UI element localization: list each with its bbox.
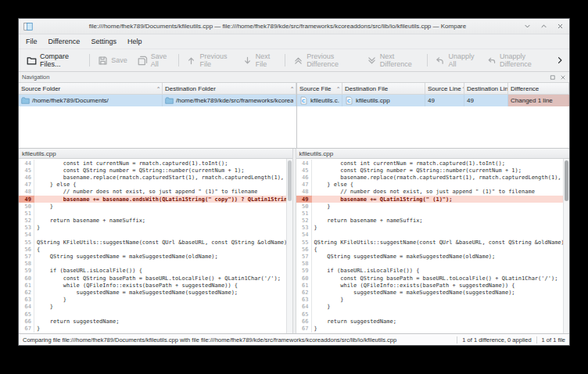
source-file-cell[interactable]: C kfileutils.c... (297, 95, 342, 106)
code-line: 65 (296, 311, 564, 318)
close-button[interactable] (555, 22, 565, 31)
code-line: 45 const QString number = QString::numbe… (296, 167, 564, 174)
code-line: 57 QString suggestedName = makeSuggested… (19, 253, 286, 260)
code-text: suggestedName = makeSuggestedName(sugges… (34, 289, 238, 296)
maximize-button[interactable] (539, 22, 548, 31)
code-text (34, 232, 37, 239)
column-header-destination-folder[interactable]: Destination Folder ^ (163, 83, 296, 95)
code-line: 47 } else { (19, 182, 286, 189)
destination-pane-body[interactable]: 44 const int currentNum = rmatch.capture… (296, 159, 570, 333)
source-pane-scrollbar[interactable] (286, 159, 292, 333)
navigation-dock-header: Navigation (19, 72, 569, 83)
code-line: 67} (296, 325, 564, 332)
code-text: } (312, 325, 317, 332)
destination-line-cell[interactable]: 49 (464, 95, 508, 106)
file-status: 1 of 1 file (536, 336, 565, 343)
unapply-all-button: Unapply All (430, 49, 481, 71)
dock-close-button[interactable] (560, 74, 566, 81)
source-line-cell[interactable]: 49 (425, 95, 464, 106)
titlebar[interactable]: file:///home/fhek789/Documents/kfileutil… (19, 19, 569, 34)
destination-folder-cell[interactable]: /home/fhek789/kde/src/frameworks/kcoread… (163, 95, 296, 106)
line-number: 61 (296, 282, 312, 289)
previous-difference-button: Previous Difference (289, 49, 361, 71)
source-pane-body[interactable]: 44 const int currentNum = rmatch.capture… (19, 159, 292, 333)
column-label: Destination Lin (467, 85, 508, 92)
code-line: 64 } (19, 304, 286, 311)
files-table: Source File ^ Destination File Source Li… (297, 83, 569, 148)
line-number: 54 (296, 232, 312, 239)
code-text: QString suggestedName = makeSuggestedNam… (34, 253, 218, 260)
chevron-right-icon (555, 56, 565, 65)
column-label: Source Folder (21, 85, 60, 92)
line-number: 57 (19, 253, 34, 260)
menu-difference[interactable]: Difference (43, 36, 86, 47)
toolbar-button-label: Unapply Difference (500, 52, 548, 68)
column-header-difference[interactable]: Difference (508, 83, 569, 95)
column-header-destination-file[interactable]: Destination File (342, 83, 425, 95)
source-folder-cell[interactable]: /home/fhek789/Documents/ (19, 95, 163, 106)
menu-settings[interactable]: Settings (85, 36, 122, 47)
toolbar-button-label: Save (111, 56, 127, 64)
next-file-icon (242, 56, 253, 66)
destination-file-name: kfileutils.cpp (356, 97, 390, 104)
changed-code-line[interactable]: 49 basename += QLatin1String(" (1)"); (296, 196, 564, 203)
menu-file[interactable]: File (20, 36, 43, 47)
code-text: while (QFileInfo::exists(basePath + sugg… (34, 282, 238, 289)
line-number: 66 (296, 318, 312, 325)
code-text (312, 311, 314, 318)
column-header-source-folder[interactable]: Source Folder ^ (19, 83, 163, 95)
source-pane: kfileutils.cpp 44 const int currentNum =… (19, 149, 292, 333)
statusbar: Comparing file file:///home/fhek789/Docu… (19, 333, 569, 345)
line-number: 46 (19, 174, 34, 181)
svg-text:C: C (347, 98, 351, 103)
toolbar-button-label: Unapply All (448, 52, 476, 68)
scrollbar-thumb[interactable] (288, 160, 292, 201)
line-number: 51 (296, 210, 312, 217)
previous-difference-icon (293, 56, 303, 66)
code-text: } (34, 203, 53, 210)
unapply-difference-button: Unapply Difference (482, 49, 553, 71)
source-folder-path: /home/fhek789/Documents/ (32, 97, 109, 104)
scrollbar-thumb[interactable] (565, 160, 568, 201)
line-number: 50 (296, 203, 312, 210)
unapply-difference-icon (486, 56, 497, 66)
window-title: file:///home/fhek789/Documents/kfileutil… (38, 23, 518, 30)
line-number: 64 (296, 304, 312, 311)
code-text: } (312, 304, 331, 311)
save-all-icon (138, 56, 148, 66)
column-header-source-line[interactable]: Source Line ^ (425, 83, 464, 95)
source-pane-filename: kfileutils.cpp (22, 150, 56, 157)
folders-table: Source Folder ^ Destination Folder ^ /ho… (19, 83, 297, 148)
source-pane-header: kfileutils.cpp (19, 149, 292, 159)
code-line: 66 return suggestedName; (19, 318, 286, 325)
compare-files-button[interactable]: Compare Files... (22, 49, 86, 71)
destination-file-cell[interactable]: C kfileutils.cpp (342, 95, 425, 106)
code-text: // number does not exist, so just append… (312, 189, 535, 196)
code-line: 54 (296, 232, 564, 239)
difference-cell[interactable]: Changed 1 line (508, 95, 569, 106)
menubar: FileDifferenceSettingsHelp (19, 34, 569, 49)
file-row[interactable]: C kfileutils.c... C kfileutils.cpp 49 49… (297, 95, 569, 106)
code-line: 46 basename.replace(rmatch.capturedStart… (19, 174, 286, 181)
destination-pane-scrollbar[interactable] (563, 159, 569, 333)
dock-float-button[interactable] (550, 74, 556, 81)
sort-ascending-icon: ^ (337, 86, 339, 91)
code-text: return suggestedName; (312, 318, 396, 325)
line-number: 64 (19, 304, 34, 311)
code-line: 65 (19, 311, 286, 318)
line-number: 52 (296, 218, 312, 225)
column-header-source-file[interactable]: Source File ^ (297, 83, 342, 95)
line-number: 54 (19, 232, 34, 239)
folder-row[interactable]: /home/fhek789/Documents/ /home/fhek789/k… (19, 95, 296, 106)
menu-help[interactable]: Help (122, 36, 148, 47)
line-number: 62 (296, 289, 312, 296)
line-number: 48 (19, 189, 34, 196)
changed-code-line[interactable]: 49 basename += basename.endsWith(QLatin1… (19, 196, 286, 203)
minimize-button[interactable] (522, 22, 532, 31)
toolbar-separator (285, 54, 285, 67)
toolbar-overflow-button[interactable] (554, 54, 566, 67)
column-header-destination-line[interactable]: Destination Lin (464, 83, 508, 95)
code-line: 63 } (19, 297, 286, 304)
line-number: 57 (296, 253, 312, 260)
toolbar: Compare Files...SaveSave AllPrevious Fil… (19, 49, 569, 72)
